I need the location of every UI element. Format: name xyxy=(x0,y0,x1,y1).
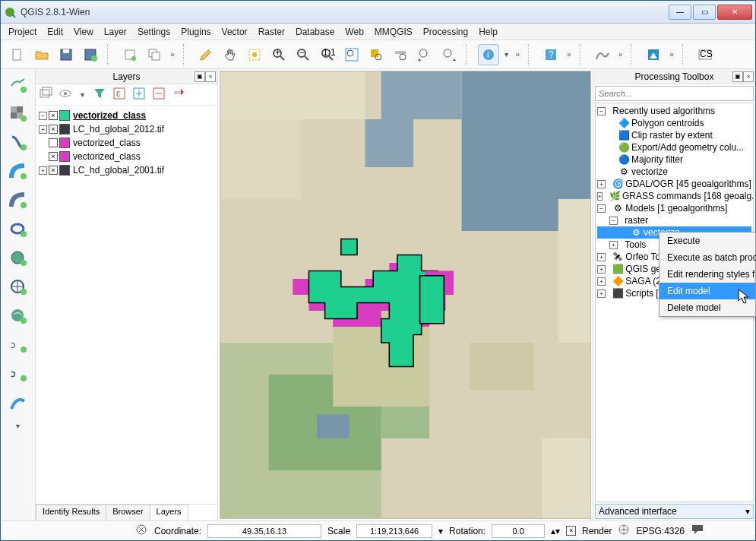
panel-close-button[interactable]: × xyxy=(743,71,754,82)
render-checkbox[interactable]: × xyxy=(566,526,576,536)
menu-web[interactable]: Web xyxy=(345,27,363,37)
add-delimited-button[interactable]: ɔ xyxy=(7,334,30,356)
new-composer-button[interactable] xyxy=(119,44,141,65)
layer-row[interactable]: + × LC_hd_global_2012.tif xyxy=(37,122,216,136)
close-button[interactable]: ✕ xyxy=(717,5,752,20)
add-raster-button[interactable] xyxy=(7,103,30,125)
tree-item[interactable]: ⚙vectorize xyxy=(597,166,751,178)
menu-processing[interactable]: Processing xyxy=(423,27,468,37)
layer-row[interactable]: + × vectorized_class xyxy=(37,150,216,163)
chevron-down-icon[interactable]: ▾ xyxy=(505,50,508,59)
save-as-button[interactable] xyxy=(80,44,101,65)
menu-mmqgis[interactable]: MMQGIS xyxy=(375,27,413,37)
toolbar-overflow-icon[interactable]: » xyxy=(516,50,520,59)
identify-button[interactable]: i xyxy=(478,44,499,65)
expand-icon[interactable]: − xyxy=(39,112,47,120)
context-menu-item[interactable]: Edit model xyxy=(660,283,755,299)
toolbar-overflow-icon[interactable]: » xyxy=(618,50,623,59)
tree-item[interactable]: + 🌿GRASS commands [168 geoalg... xyxy=(597,190,751,202)
context-menu-item[interactable]: Execute as batch proc xyxy=(660,249,755,266)
zoom-out-button[interactable]: − xyxy=(293,44,314,65)
add-postgis-button[interactable] xyxy=(7,131,30,154)
crs-label[interactable]: EPSG:4326 xyxy=(636,526,684,536)
messages-icon[interactable] xyxy=(691,523,704,539)
zoom-layer-button[interactable] xyxy=(390,44,411,65)
chevron-down-icon[interactable]: ▾ xyxy=(16,422,20,430)
scp-button[interactable] xyxy=(643,44,664,65)
menu-settings[interactable]: Settings xyxy=(138,27,170,37)
minimize-button[interactable]: — xyxy=(669,5,691,20)
layer-row[interactable]: + vectorized_class xyxy=(37,136,216,150)
layer-checkbox[interactable]: × xyxy=(49,111,58,120)
expand-icon[interactable]: + xyxy=(39,125,47,134)
crs-icon[interactable] xyxy=(618,524,630,538)
tab-identify-results[interactable]: Identify Results xyxy=(36,505,106,520)
layer-name[interactable]: LC_hd_global_2012.tif xyxy=(73,124,164,134)
toggle-extents-icon[interactable] xyxy=(134,523,148,539)
zoom-full-button[interactable] xyxy=(341,44,362,65)
chevron-down-icon[interactable]: ▾ xyxy=(438,526,443,536)
tree-item[interactable]: 🟢Export/Add geometry colu... xyxy=(597,141,751,153)
layer-row[interactable]: + × LC_hd_global_2001.tif xyxy=(37,163,216,177)
tree-item[interactable]: − ⚙Models [1 geoalgorithms] xyxy=(597,202,751,214)
layer-row[interactable]: − × vectorized_class xyxy=(37,109,216,122)
layer-name[interactable]: vectorized_class xyxy=(73,138,141,148)
tree-item[interactable]: − Recently used algorithms xyxy=(597,105,751,117)
open-project-button[interactable] xyxy=(31,44,52,65)
add-wfs-button[interactable] xyxy=(7,305,30,327)
expression-icon[interactable]: ε xyxy=(112,87,126,103)
zoom-next-button[interactable] xyxy=(438,44,460,65)
tree-item[interactable]: 🔵Majority filter xyxy=(597,153,751,166)
add-wcs-button[interactable] xyxy=(7,276,30,299)
zoom-in-button[interactable]: + xyxy=(268,44,289,65)
panel-close-button[interactable]: × xyxy=(205,71,216,82)
scale-input[interactable] xyxy=(356,524,432,538)
toolbar-overflow-icon[interactable]: » xyxy=(669,50,674,59)
layers-tree[interactable]: − × vectorized_class + × LC_hd_global_20… xyxy=(36,106,217,504)
expand-icon[interactable] xyxy=(132,87,146,103)
save-project-button[interactable] xyxy=(55,44,77,65)
filter-icon[interactable] xyxy=(93,87,106,103)
zoom-selection-button[interactable] xyxy=(365,44,387,65)
zoom-native-button[interactable]: 1:1 xyxy=(317,44,338,65)
edit-toggle-button[interactable] xyxy=(195,44,217,65)
add-vector-button[interactable] xyxy=(7,74,30,96)
menu-plugins[interactable]: Plugins xyxy=(181,27,210,37)
zoom-last-button[interactable] xyxy=(414,44,435,65)
context-menu-item[interactable]: Edit rendering styles f xyxy=(660,266,755,283)
pan-to-selection-button[interactable] xyxy=(244,44,265,65)
undock-button[interactable]: ▣ xyxy=(195,71,205,82)
map-canvas[interactable] xyxy=(220,71,591,519)
coord-input[interactable] xyxy=(207,524,321,538)
layer-name[interactable]: vectorized_class xyxy=(73,151,141,162)
menu-layer[interactable]: Layer xyxy=(104,27,127,37)
add-group-icon[interactable] xyxy=(39,87,52,103)
tab-browser[interactable]: Browser xyxy=(106,505,150,520)
context-menu-item[interactable]: Execute xyxy=(660,233,755,249)
menu-database[interactable]: Database xyxy=(296,27,334,37)
menu-edit[interactable]: Edit xyxy=(47,27,63,37)
menu-vector[interactable]: Vector xyxy=(222,27,248,37)
toolbar-overflow-icon[interactable]: » xyxy=(567,50,571,59)
composer-manager-button[interactable] xyxy=(144,44,165,65)
tree-item[interactable]: − raster xyxy=(597,214,751,226)
add-oracle-button[interactable] xyxy=(7,218,30,241)
rotation-input[interactable] xyxy=(492,524,545,538)
add-wms-button[interactable] xyxy=(7,247,30,270)
maximize-button[interactable]: ▭ xyxy=(693,5,716,20)
collapse-icon[interactable] xyxy=(152,87,166,103)
tree-item[interactable]: 🔷Polygon centroids xyxy=(597,117,751,129)
tree-item[interactable]: 🟦Clip raster by extent xyxy=(597,129,751,141)
chevron-down-icon[interactable]: ▾ xyxy=(81,90,84,99)
menu-project[interactable]: Project xyxy=(8,27,36,37)
context-menu-item[interactable]: Delete model xyxy=(660,299,755,316)
layer-checkbox[interactable]: × xyxy=(49,125,58,134)
layer-checkbox[interactable]: × xyxy=(49,152,58,161)
layer-checkbox[interactable] xyxy=(49,138,58,147)
new-shapefile-button[interactable] xyxy=(7,391,30,414)
add-mssql-button[interactable] xyxy=(7,189,30,212)
undock-button[interactable]: ▣ xyxy=(732,71,743,82)
new-project-button[interactable] xyxy=(7,44,28,65)
csw-button[interactable]: CSW xyxy=(694,44,716,65)
menu-raster[interactable]: Raster xyxy=(258,27,285,37)
